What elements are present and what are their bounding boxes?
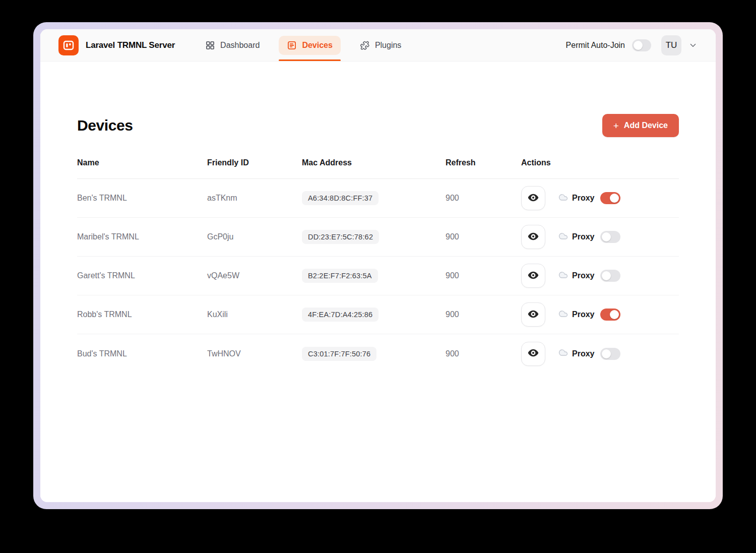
- mac-address-badge: DD:23:E7:5C:78:62: [302, 230, 379, 244]
- cloud-icon: [558, 270, 568, 282]
- trmnl-logo-icon: [58, 35, 79, 55]
- table-header-row: Name Friendly ID Mac Address Refresh Act…: [77, 158, 679, 179]
- table-row: Bud's TRMNL TwHNOV C3:01:7F:7F:50:76 900: [77, 334, 679, 373]
- eye-icon: [527, 347, 539, 360]
- device-name: Robb's TRMNL: [77, 310, 207, 319]
- device-friendly-id: GcP0ju: [207, 232, 302, 241]
- toggle-knob: [602, 349, 611, 358]
- top-navigation-bar: Laravel TRMNL Server: [40, 29, 716, 62]
- view-device-button[interactable]: [521, 225, 545, 249]
- proxy-group: Proxy: [558, 309, 620, 321]
- toggle-knob: [602, 232, 611, 241]
- add-device-label: Add Device: [624, 121, 668, 130]
- actions-cell: Proxy: [521, 186, 679, 210]
- device-friendly-id: asTKnm: [207, 194, 302, 203]
- view-device-button[interactable]: [521, 186, 545, 210]
- eye-icon: [527, 269, 539, 283]
- permit-auto-join-label: Permit Auto-Join: [566, 41, 625, 50]
- nav-label-dashboard: Dashboard: [220, 41, 260, 50]
- mac-address-badge: C3:01:7F:7F:50:76: [302, 347, 376, 361]
- proxy-toggle[interactable]: [600, 309, 620, 321]
- grid-icon: [205, 40, 215, 50]
- proxy-toggle[interactable]: [600, 192, 620, 204]
- cloud-icon: [558, 231, 568, 243]
- proxy-label: Proxy: [572, 349, 594, 358]
- proxy-toggle[interactable]: [600, 231, 620, 243]
- proxy-label: Proxy: [572, 271, 594, 280]
- page-title: Devices: [77, 117, 133, 134]
- device-refresh: 900: [446, 194, 521, 203]
- desktop-background: Laravel TRMNL Server: [0, 0, 756, 553]
- toggle-knob: [610, 310, 619, 319]
- table-row: Robb's TRMNL KuXili 4F:EA:7D:A4:25:86 90…: [77, 295, 679, 334]
- device-refresh: 900: [446, 232, 521, 241]
- mac-address-badge: A6:34:8D:8C:FF:37: [302, 191, 379, 205]
- device-table: Name Friendly ID Mac Address Refresh Act…: [77, 158, 679, 373]
- column-header-friendly-id: Friendly ID: [207, 158, 302, 167]
- app-window: Laravel TRMNL Server: [33, 22, 723, 509]
- proxy-toggle[interactable]: [600, 270, 620, 282]
- device-name: Garett's TRMNL: [77, 271, 207, 280]
- mac-address-badge: 4F:EA:7D:A4:25:86: [302, 308, 379, 322]
- device-friendly-id: KuXili: [207, 310, 302, 319]
- nav-item-devices[interactable]: Devices: [279, 29, 341, 61]
- mac-address-badge: B2:2E:F7:F2:63:5A: [302, 269, 378, 283]
- proxy-label: Proxy: [572, 194, 594, 203]
- page-head: Devices + Add Device: [77, 114, 679, 137]
- column-header-mac-address: Mac Address: [302, 158, 446, 167]
- table-row: Garett's TRMNL vQAe5W B2:2E:F7:F2:63:5A …: [77, 257, 679, 295]
- actions-cell: Proxy: [521, 225, 679, 249]
- device-name: Maribel's TRMNL: [77, 232, 207, 241]
- device-refresh: 900: [446, 349, 521, 358]
- device-name: Ben's TRMNL: [77, 194, 207, 203]
- main-content: Devices + Add Device Name Friendly ID Ma…: [40, 62, 716, 502]
- column-header-refresh: Refresh: [446, 158, 521, 167]
- actions-cell: Proxy: [521, 264, 679, 288]
- proxy-group: Proxy: [558, 231, 620, 243]
- nav-label-plugins: Plugins: [375, 41, 401, 50]
- toggle-knob: [634, 41, 643, 50]
- column-header-actions: Actions: [521, 158, 679, 167]
- proxy-toggle[interactable]: [600, 348, 620, 360]
- device-friendly-id: TwHNOV: [207, 349, 302, 358]
- table-row: Maribel's TRMNL GcP0ju DD:23:E7:5C:78:62…: [77, 218, 679, 257]
- nav-item-dashboard[interactable]: Dashboard: [197, 29, 268, 61]
- user-avatar[interactable]: TU: [661, 35, 681, 55]
- app-title: Laravel TRMNL Server: [86, 40, 175, 50]
- permit-auto-join-toggle[interactable]: [632, 39, 651, 51]
- view-device-button[interactable]: [521, 264, 545, 288]
- list-panel-icon: [287, 40, 297, 50]
- device-friendly-id: vQAe5W: [207, 271, 302, 280]
- cloud-icon: [558, 309, 568, 321]
- view-device-button[interactable]: [521, 342, 545, 366]
- chevron-down-icon[interactable]: [688, 41, 698, 50]
- puzzle-icon: [360, 40, 370, 50]
- nav-label-devices: Devices: [302, 41, 333, 50]
- proxy-label: Proxy: [572, 310, 594, 319]
- toggle-knob: [610, 194, 619, 203]
- main-nav: Dashboard: [197, 29, 409, 61]
- device-refresh: 900: [446, 310, 521, 319]
- topbar-right: Permit Auto-Join TU: [566, 29, 698, 61]
- cloud-icon: [558, 193, 568, 204]
- proxy-label: Proxy: [572, 232, 594, 241]
- brand: Laravel TRMNL Server: [58, 29, 175, 61]
- actions-cell: Proxy: [521, 342, 679, 366]
- proxy-group: Proxy: [558, 192, 620, 204]
- toggle-knob: [602, 271, 611, 280]
- eye-icon: [527, 230, 539, 244]
- proxy-group: Proxy: [558, 348, 620, 360]
- device-table-body: Ben's TRMNL asTKnm A6:34:8D:8C:FF:37 900: [77, 179, 679, 373]
- proxy-group: Proxy: [558, 270, 620, 282]
- device-name: Bud's TRMNL: [77, 349, 207, 358]
- eye-icon: [527, 308, 539, 322]
- actions-cell: Proxy: [521, 302, 679, 327]
- app-surface: Laravel TRMNL Server: [40, 29, 716, 502]
- cloud-icon: [558, 348, 568, 359]
- column-header-name: Name: [77, 158, 207, 167]
- nav-item-plugins[interactable]: Plugins: [352, 29, 409, 61]
- view-device-button[interactable]: [521, 302, 545, 327]
- add-device-button[interactable]: + Add Device: [602, 114, 679, 137]
- plus-icon: +: [613, 121, 619, 131]
- table-row: Ben's TRMNL asTKnm A6:34:8D:8C:FF:37 900: [77, 179, 679, 218]
